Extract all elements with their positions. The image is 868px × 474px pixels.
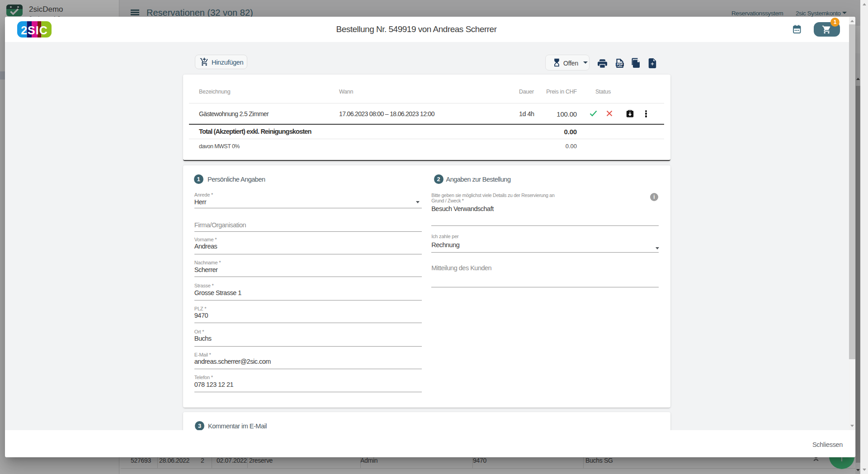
svg-text:PDF: PDF	[617, 63, 623, 66]
svg-text:2SIC: 2SIC	[21, 24, 48, 37]
